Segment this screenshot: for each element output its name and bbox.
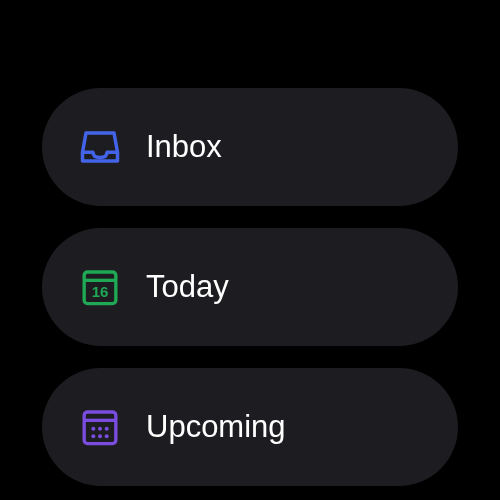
calendar-today-icon: 16: [78, 265, 122, 309]
svg-point-5: [91, 427, 95, 431]
calendar-upcoming-icon: [78, 405, 122, 449]
inbox-icon: [78, 125, 122, 169]
menu-item-today[interactable]: 16 Today: [42, 228, 458, 346]
svg-point-6: [98, 427, 102, 431]
menu-item-label: Inbox: [146, 129, 222, 165]
menu-item-label: Upcoming: [146, 409, 286, 445]
svg-text:16: 16: [92, 283, 109, 300]
svg-point-7: [105, 427, 109, 431]
menu-item-inbox[interactable]: Inbox: [42, 88, 458, 206]
menu-item-upcoming[interactable]: Upcoming: [42, 368, 458, 486]
menu-item-label: Today: [146, 269, 229, 305]
svg-point-8: [91, 434, 95, 438]
svg-point-9: [98, 434, 102, 438]
svg-point-10: [105, 434, 109, 438]
